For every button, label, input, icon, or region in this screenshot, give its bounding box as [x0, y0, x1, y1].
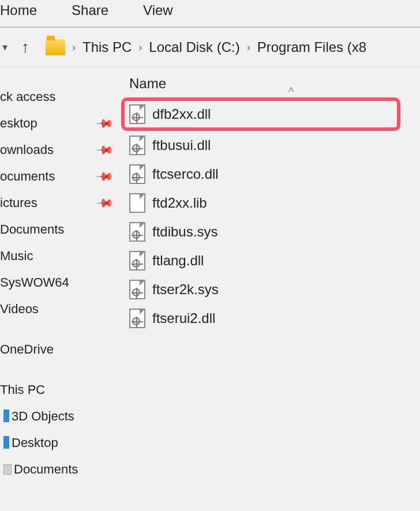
- chevron-right-icon: ›: [72, 42, 76, 54]
- system-file-icon: [129, 164, 145, 184]
- sidebar-item-label: ictures: [0, 196, 38, 211]
- sidebar-item-desktop[interactable]: esktop 📌: [0, 110, 121, 137]
- folder-icon: [46, 39, 65, 55]
- tab-view[interactable]: View: [143, 2, 173, 18]
- sidebar-item-documents[interactable]: ocuments 📌: [0, 163, 121, 190]
- sidebar-item-label: This PC: [0, 382, 45, 397]
- sidebar-item-label: ownloads: [0, 142, 54, 157]
- pin-icon: 📌: [95, 193, 115, 213]
- folder-3d-icon: [3, 409, 9, 422]
- file-row[interactable]: ftbusui.dll: [121, 131, 420, 160]
- tab-share[interactable]: Share: [72, 2, 108, 18]
- pin-icon: 📌: [95, 114, 115, 134]
- sidebar-item-syswow64[interactable]: SysWOW64: [0, 269, 121, 296]
- history-dropdown-icon[interactable]: ▾: [0, 41, 10, 54]
- sidebar-item-downloads[interactable]: ownloads 📌: [0, 137, 121, 163]
- system-file-icon: [129, 104, 145, 124]
- chevron-right-icon: ›: [247, 42, 250, 54]
- sidebar-item-label: ocuments: [0, 169, 55, 184]
- sidebar-item-label: Music: [0, 249, 33, 264]
- file-row[interactable]: ftser2k.sys: [121, 275, 420, 304]
- sidebar-item-label: Desktop: [3, 435, 58, 450]
- sidebar-item-documents2[interactable]: Documents: [0, 216, 121, 243]
- sidebar-item-label: SysWOW64: [0, 275, 69, 290]
- sidebar-item-label: Videos: [0, 302, 39, 317]
- sidebar-item-this-pc[interactable]: This PC: [0, 377, 121, 403]
- file-icon: [129, 193, 145, 213]
- sidebar-item-music[interactable]: Music: [0, 243, 121, 269]
- sidebar-item-quick-access[interactable]: ck access: [0, 84, 121, 110]
- folder-desktop-icon: [3, 436, 9, 449]
- file-name: ftserui2.dll: [152, 310, 215, 326]
- system-file-icon: [129, 280, 145, 299]
- sidebar-item-label: 3D Objects: [3, 409, 74, 424]
- file-row[interactable]: ftcserco.dll: [121, 160, 420, 189]
- sidebar-item-label: ck access: [0, 89, 56, 104]
- breadcrumb[interactable]: › This PC › Local Disk (C:) › Program Fi…: [72, 39, 366, 55]
- file-name: ftdibus.sys: [152, 224, 217, 240]
- file-list: dfb2xx.dllftbusui.dllftcserco.dllftd2xx.…: [121, 99, 420, 333]
- sidebar-item-label: Documents: [0, 222, 64, 237]
- tab-home[interactable]: Home: [0, 2, 37, 18]
- pin-icon: 📌: [95, 167, 115, 187]
- pin-icon: 📌: [95, 140, 115, 160]
- system-file-icon: [129, 136, 145, 155]
- folder-documents-icon: [3, 464, 12, 475]
- file-name: ftbusui.dll: [152, 137, 211, 153]
- file-name: ftlang.dll: [152, 253, 204, 269]
- file-row[interactable]: ftlang.dll: [121, 246, 420, 275]
- chevron-right-icon: ›: [138, 42, 142, 54]
- file-row[interactable]: dfb2xx.dll: [125, 101, 397, 127]
- crumb-this-pc[interactable]: This PC: [82, 39, 132, 55]
- system-file-icon: [129, 251, 145, 270]
- file-name: ftd2xx.lib: [152, 195, 207, 211]
- sidebar-item-label: esktop: [0, 116, 38, 131]
- ribbon-tabs: Home Share View: [0, 0, 420, 28]
- crumb-local-disk[interactable]: Local Disk (C:): [149, 39, 239, 55]
- sidebar-item-pictures[interactable]: ictures 📌: [0, 190, 121, 216]
- sidebar-item-label: OneDrive: [0, 342, 54, 357]
- file-name: ftcserco.dll: [152, 166, 219, 182]
- system-file-icon: [129, 222, 145, 242]
- file-name: dfb2xx.dll: [152, 106, 211, 122]
- sidebar-item-label: Documents: [3, 462, 78, 477]
- column-header-row: Name: [121, 73, 420, 99]
- file-name: ftser2k.sys: [152, 281, 219, 298]
- system-file-icon: [129, 309, 145, 328]
- sort-ascending-icon[interactable]: ^: [288, 85, 294, 99]
- crumb-program-files[interactable]: Program Files (x8: [257, 39, 366, 55]
- sidebar-item-tp-desktop[interactable]: Desktop: [0, 430, 121, 456]
- file-row[interactable]: ftserui2.dll: [121, 304, 420, 333]
- sidebar-item-videos[interactable]: Videos: [0, 296, 121, 322]
- column-header-name[interactable]: Name: [129, 76, 166, 92]
- sidebar-item-tp-documents[interactable]: Documents: [0, 456, 121, 483]
- up-one-level-button[interactable]: ↑: [17, 38, 34, 57]
- nav-row: ▾ ↑ › This PC › Local Disk (C:) › Progra…: [0, 28, 420, 67]
- file-row[interactable]: ftdibus.sys: [121, 217, 420, 246]
- file-list-pane: Name dfb2xx.dllftbusui.dllftcserco.dllft…: [121, 67, 420, 506]
- navigation-pane: ck access esktop 📌 ownloads 📌 ocuments 📌…: [0, 67, 121, 506]
- file-row[interactable]: ftd2xx.lib: [121, 189, 420, 217]
- sidebar-item-onedrive[interactable]: OneDrive: [0, 336, 121, 363]
- sidebar-item-3d-objects[interactable]: 3D Objects: [0, 403, 121, 430]
